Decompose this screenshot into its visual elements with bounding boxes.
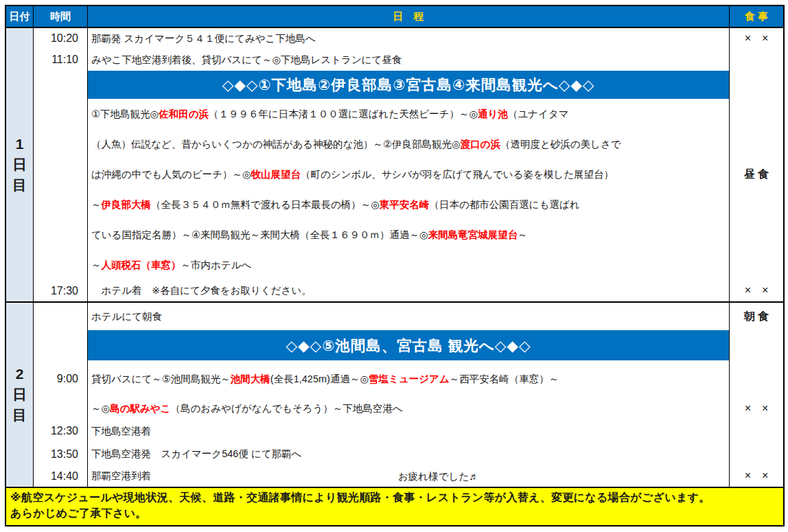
day-rows: ホテルにて朝食朝 食◇◆◇⑤池間島、宮古島 観光へ◇◆◇9:00貸切バスにて～⑤… bbox=[34, 303, 783, 487]
day-label-char: 目 bbox=[12, 175, 27, 196]
schedule-text: ～ bbox=[91, 259, 102, 272]
schedule-text: 那覇空港到着 bbox=[91, 470, 151, 483]
meal-cell bbox=[729, 360, 783, 397]
day-block-2: 2日目ホテルにて朝食朝 食◇◆◇⑤池間島、宮古島 観光へ◇◆◇9:00貸切バスに… bbox=[6, 303, 783, 487]
meal-cell bbox=[729, 49, 783, 71]
day-label-char: 目 bbox=[12, 405, 27, 426]
itinerary-row: は沖縄の中でも人気のビーチ）～◎牧山展望台（町のシンボル、サシバが羽を広げて飛ん… bbox=[34, 159, 783, 189]
time-cell bbox=[34, 220, 88, 250]
section-banner-row: ◇◆◇⑤池間島、宮古島 観光へ◇◆◇ bbox=[34, 330, 783, 360]
schedule-cell: 那覇発 スカイマーク５４１便にてみやこ下地島へ bbox=[88, 28, 729, 49]
time-cell bbox=[34, 397, 88, 419]
highlighted-spot: 人頭税石（車窓） bbox=[102, 259, 181, 272]
itinerary-row: ～人頭税石（車窓）～市内ホテルへ bbox=[34, 250, 783, 280]
schedule-text: ホテル着 ※各自にて夕食をお取りください。 bbox=[91, 284, 312, 297]
time-cell bbox=[34, 129, 88, 159]
time-cell: 10:20 bbox=[34, 28, 88, 49]
schedule-cell: みやこ下地空港到着後、貸切バスにて～◎下地島レストランにて昼食 bbox=[88, 49, 729, 71]
time-cell: 11:10 bbox=[34, 49, 88, 71]
highlighted-spot: 来間島竜宮城展望台 bbox=[428, 229, 518, 242]
time-cell bbox=[34, 330, 88, 360]
itinerary-row: ている国指定名勝）～④来間島観光～来間大橋（全長１６９０ｍ）通過～◎来間島竜宮城… bbox=[34, 220, 783, 250]
meal-cell bbox=[729, 189, 783, 220]
schedule-text: ホテルにて朝食 bbox=[91, 310, 162, 323]
schedule-text: ～◎ bbox=[91, 402, 110, 415]
time-cell: 17:30 bbox=[34, 280, 88, 301]
meal-cell bbox=[729, 71, 783, 99]
itinerary-row: 14:40那覇空港到着お疲れ様でした♬× × bbox=[34, 465, 783, 487]
meal-cell: 昼 食 bbox=[729, 159, 783, 189]
schedule-text: ～ bbox=[91, 198, 102, 211]
time-cell: 9:00 bbox=[34, 360, 88, 397]
schedule-cell: は沖縄の中でも人気のビーチ）～◎牧山展望台（町のシンボル、サシバが羽を広げて飛ん… bbox=[88, 159, 729, 189]
meal-cell bbox=[729, 250, 783, 280]
schedule-cell: ホテルにて朝食 bbox=[88, 303, 729, 330]
day-label-char: 1 bbox=[16, 134, 24, 154]
time-cell bbox=[34, 189, 88, 220]
highlighted-spot: 島の駅みやこ bbox=[110, 402, 170, 415]
schedule-text: （日本の都市公園百選にも選ばれ bbox=[430, 198, 580, 211]
schedule-text: ～西平安名崎（車窓）～ bbox=[450, 373, 559, 386]
schedule-text: みやこ下地空港到着後、貸切バスにて～◎下地島レストランにて昼食 bbox=[91, 54, 402, 67]
meal-cell bbox=[729, 220, 783, 250]
meal-cell: × × bbox=[729, 465, 783, 487]
meal-cell: 朝 食 bbox=[729, 303, 783, 330]
itinerary-row: ～◎島の駅みやこ（島のおみやげがなんでもそろう）～下地島空港へ× × bbox=[34, 397, 783, 419]
footer-note-line2: あらかじめご了承下さい。 bbox=[10, 506, 779, 522]
schedule-cell: ホテル着 ※各自にて夕食をお取りください。 bbox=[88, 280, 729, 301]
highlighted-spot: 渡口の浜 bbox=[461, 138, 500, 151]
schedule-cell: ～◎島の駅みやこ（島のおみやげがなんでもそろう）～下地島空港へ bbox=[88, 397, 729, 419]
highlighted-spot: 佐和田の浜 bbox=[159, 108, 209, 121]
time-cell: 14:40 bbox=[34, 465, 88, 487]
footer-note-line1: ※航空スケジュールや現地状況、天候、道路・交通諸事情により観光順路・食事・レスト… bbox=[10, 490, 779, 506]
schedule-cell: ①下地島観光◎佐和田の浜（１９９６年に日本渚１００選に選ばれた天然ビーチ）～◎通… bbox=[88, 99, 729, 129]
day-rows: 10:20那覇発 スカイマーク５４１便にてみやこ下地島へ× ×11:10みやこ下… bbox=[34, 28, 783, 301]
schedule-text: （島のおみやげがなんでもそろう）～下地島空港へ bbox=[171, 402, 403, 415]
schedule-text: (全長1,425m)通過～◎ bbox=[270, 373, 369, 386]
schedule-text: は沖縄の中でも人気のビーチ）～◎ bbox=[91, 168, 251, 181]
itinerary-row: 10:20那覇発 スカイマーク５４１便にてみやこ下地島へ× × bbox=[34, 28, 783, 49]
itinerary-row: 13:50下地島空港発 スカイマーク546便 にて那覇へ bbox=[34, 443, 783, 465]
schedule-cell: 貸切バスにて～⑤池間島観光～池間大橋(全長1,425m)通過～◎雪塩ミュージアム… bbox=[88, 360, 729, 397]
schedule-cell: 下地島空港発 スカイマーク546便 にて那覇へ bbox=[88, 443, 729, 465]
meal-cell: × × bbox=[729, 28, 783, 49]
schedule-text: 那覇発 スカイマーク５４１便にてみやこ下地島へ bbox=[91, 32, 316, 45]
highlighted-spot: 池間大橋 bbox=[231, 373, 270, 386]
schedule-text: （町のシンボル、サシバが羽を広げて飛んでいる姿を模した展望台） bbox=[301, 168, 614, 181]
time-cell: 13:50 bbox=[34, 443, 88, 465]
schedule-text: ～市内ホテルへ bbox=[181, 259, 252, 272]
highlighted-spot: 東平安名崎 bbox=[380, 198, 430, 211]
meal-cell bbox=[729, 99, 783, 129]
day-label-char: 2 bbox=[16, 364, 24, 384]
itinerary-page: 日付 時間 日 程 食 事 1日目10:20那覇発 スカイマーク５４１便にてみや… bbox=[5, 5, 785, 527]
day-label-1: 1日目 bbox=[6, 28, 34, 301]
meal-cell: × × bbox=[729, 280, 783, 301]
meal-cell bbox=[729, 419, 783, 443]
itinerary-table: 日付 時間 日 程 食 事 1日目10:20那覇発 スカイマーク５４１便にてみや… bbox=[5, 5, 785, 488]
time-cell bbox=[34, 71, 88, 99]
schedule-cell: （人魚）伝説など、昔からいくつかの神話がある神秘的な池）～②伊良部島観光◎渡口の… bbox=[88, 129, 729, 159]
schedule-text: （全長３５４０ｍ無料で渡れる日本最長の橋）～◎ bbox=[151, 198, 380, 211]
itinerary-row: 11:10みやこ下地空港到着後、貸切バスにて～◎下地島レストランにて昼食 bbox=[34, 49, 783, 71]
schedule-text: ①下地島観光◎ bbox=[91, 108, 159, 121]
day-label-char: 日 bbox=[12, 154, 27, 175]
meal-cell bbox=[729, 129, 783, 159]
time-cell bbox=[34, 99, 88, 129]
schedule-text: （透明度と砂浜の美しさで bbox=[500, 138, 621, 151]
schedule-cell: 那覇空港到着お疲れ様でした♬ bbox=[88, 465, 729, 487]
highlighted-spot: 伊良部大橋 bbox=[102, 198, 152, 211]
itinerary-row: 12:30下地島空港着 bbox=[34, 419, 783, 443]
schedule-text: 下地島空港着 bbox=[91, 425, 151, 438]
schedule-cell: ～人頭税石（車窓）～市内ホテルへ bbox=[88, 250, 729, 280]
closing-note: お疲れ様でした♬ bbox=[398, 470, 479, 483]
schedule-cell: ている国指定名勝）～④来間島観光～来間大橋（全長１６９０ｍ）通過～◎来間島竜宮城… bbox=[88, 220, 729, 250]
meal-cell bbox=[729, 330, 783, 360]
itinerary-row: ～伊良部大橋（全長３５４０ｍ無料で渡れる日本最長の橋）～◎東平安名崎（日本の都市… bbox=[34, 189, 783, 220]
itinerary-row: ①下地島観光◎佐和田の浜（１９９６年に日本渚１００選に選ばれた天然ビーチ）～◎通… bbox=[34, 99, 783, 129]
day-label-2: 2日目 bbox=[6, 303, 34, 487]
header-time: 時間 bbox=[34, 6, 88, 27]
table-header-row: 日付 時間 日 程 食 事 bbox=[6, 6, 783, 28]
schedule-text: （人魚）伝説など、昔からいくつかの神話がある神秘的な池）～②伊良部島観光◎ bbox=[91, 138, 461, 151]
schedule-text: ている国指定名勝）～④来間島観光～来間大橋（全長１６９０ｍ）通過～◎ bbox=[91, 229, 428, 242]
schedule-text: ～ bbox=[518, 229, 528, 242]
